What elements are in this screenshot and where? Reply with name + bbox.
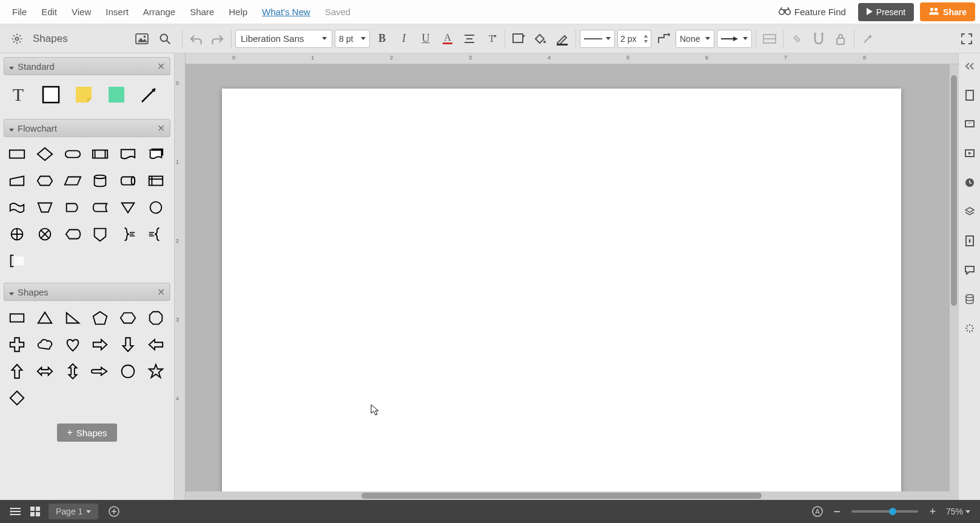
vertical-ruler[interactable]: 0 1 2 3 4 — [175, 53, 186, 500]
shape-block[interactable] — [39, 83, 63, 107]
layers-icon[interactable] — [962, 204, 978, 220]
shape-heart[interactable] — [62, 334, 84, 356]
group-header-standard[interactable]: Standard ✕ — [4, 57, 170, 75]
menu-arrange[interactable]: Arrange — [136, 3, 183, 21]
outline-view-button[interactable] — [6, 502, 25, 521]
undo-button[interactable] — [186, 29, 206, 49]
add-page-button[interactable] — [104, 502, 124, 521]
shape-note-green[interactable] — [104, 83, 129, 107]
italic-button[interactable]: I — [394, 29, 414, 49]
horizontal-ruler[interactable]: 0 1 2 3 4 5 6 7 8 — [186, 53, 958, 64]
shape-note-yellow[interactable] — [72, 83, 96, 107]
font-size-select[interactable]: 8 pt — [335, 30, 370, 48]
zoom-level-select[interactable]: 75% — [942, 507, 974, 516]
zoom-in-button[interactable]: + — [923, 502, 942, 521]
shape-merge[interactable] — [117, 197, 139, 218]
grid-view-button[interactable] — [25, 502, 45, 521]
shape-rectangle[interactable] — [6, 307, 28, 329]
shape-manual-op[interactable] — [34, 197, 56, 218]
feature-find-button[interactable]: Feature Find — [773, 4, 852, 20]
line-width-input[interactable]: 2 px — [617, 30, 651, 48]
shape-brace-right[interactable] — [117, 223, 139, 245]
menu-whats-new[interactable]: What's New — [255, 3, 318, 21]
shape-delay[interactable] — [62, 197, 84, 218]
bold-button[interactable]: B — [372, 29, 392, 49]
shape-preparation[interactable] — [34, 170, 56, 192]
border-color-button[interactable] — [552, 29, 572, 49]
scrollbar-thumb[interactable] — [361, 493, 762, 499]
zoom-slider-knob[interactable] — [889, 508, 896, 515]
shape-right-triangle[interactable] — [62, 307, 84, 329]
close-icon[interactable]: ✕ — [157, 61, 165, 72]
fullscreen-button[interactable] — [957, 29, 976, 49]
present-button[interactable]: Present — [858, 3, 914, 21]
shape-diamond[interactable] — [6, 387, 28, 409]
horizontal-scrollbar[interactable] — [186, 491, 958, 500]
menu-view[interactable]: View — [64, 3, 98, 21]
menu-file[interactable]: File — [5, 3, 34, 21]
shape-internal-storage[interactable] — [145, 170, 167, 192]
arrow-end-select[interactable] — [717, 30, 752, 48]
shape-star[interactable] — [145, 360, 167, 382]
shape-cross[interactable] — [6, 334, 28, 356]
shape-database[interactable] — [89, 170, 111, 192]
page-settings-icon[interactable] — [962, 87, 978, 103]
page-tab[interactable]: Page 1 — [49, 504, 98, 519]
shape-decision[interactable] — [34, 143, 56, 165]
shape-sum[interactable] — [34, 223, 56, 245]
shape-data[interactable] — [62, 170, 84, 192]
shape-direct-data[interactable] — [117, 170, 139, 192]
magic-button[interactable] — [858, 29, 878, 49]
text-color-button[interactable]: A — [438, 29, 457, 49]
shape-arrow-right[interactable] — [89, 334, 111, 356]
present-panel-icon[interactable] — [962, 146, 978, 161]
shape-arrow-updown[interactable] — [62, 360, 84, 382]
text-options-button[interactable]: T — [482, 29, 501, 49]
theme-icon[interactable] — [962, 233, 978, 249]
shape-or[interactable] — [6, 223, 28, 245]
add-shapes-button[interactable]: + Shapes — [57, 423, 116, 442]
line-style-select[interactable] — [580, 30, 615, 48]
page-surface[interactable] — [222, 89, 901, 500]
lock-button[interactable] — [831, 29, 850, 49]
shape-line-arrow[interactable] — [137, 83, 161, 107]
line-routing-button[interactable] — [654, 29, 673, 49]
settings-gear-icon[interactable] — [7, 29, 27, 49]
shape-manual-input[interactable] — [6, 170, 28, 192]
shape-note-bracket[interactable] — [6, 250, 28, 272]
font-family-select[interactable]: Liberation Sans — [235, 30, 332, 48]
sync-status-icon[interactable]: A — [808, 502, 827, 521]
close-icon[interactable]: ✕ — [157, 123, 165, 134]
fill-color-button[interactable] — [509, 29, 528, 49]
shape-document[interactable] — [117, 143, 139, 165]
shape-hexagon[interactable] — [117, 307, 139, 329]
magnet-button[interactable] — [809, 29, 828, 49]
collapse-panel-icon[interactable] — [962, 58, 978, 74]
link-button[interactable] — [787, 29, 807, 49]
arrow-start-select[interactable]: None — [676, 30, 714, 48]
chat-icon[interactable] — [962, 262, 978, 278]
history-icon[interactable] — [962, 175, 978, 191]
menu-insert[interactable]: Insert — [98, 3, 136, 21]
fill-bucket-button[interactable] — [531, 29, 550, 49]
shape-display[interactable] — [62, 223, 84, 245]
shape-text-tool[interactable]: T — [6, 83, 30, 107]
shape-triangle[interactable] — [34, 307, 56, 329]
shape-circle[interactable] — [117, 360, 139, 382]
menu-edit[interactable]: Edit — [34, 3, 64, 21]
share-button[interactable]: Share — [920, 2, 975, 21]
shape-brace-left[interactable] — [145, 223, 167, 245]
text-align-button[interactable] — [460, 29, 479, 49]
shape-predefined[interactable] — [89, 143, 111, 165]
shape-arrow-leftright[interactable] — [34, 360, 56, 382]
shape-terminator[interactable] — [62, 143, 84, 165]
vertical-scrollbar[interactable] — [950, 64, 958, 491]
menu-help[interactable]: Help — [221, 3, 255, 21]
shape-cloud[interactable] — [34, 334, 56, 356]
shape-connector[interactable] — [145, 197, 167, 218]
close-icon[interactable]: ✕ — [157, 286, 165, 298]
shape-arrow-left[interactable] — [145, 334, 167, 356]
zoom-out-button[interactable]: − — [827, 502, 847, 521]
zoom-slider[interactable] — [851, 510, 918, 513]
insert-image-button[interactable] — [132, 29, 152, 49]
